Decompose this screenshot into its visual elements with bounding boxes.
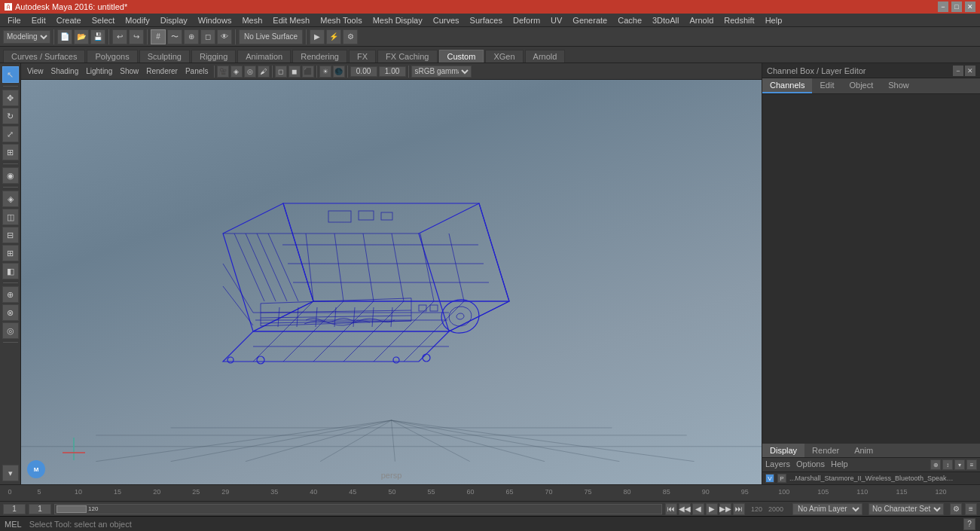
mode-dropdown[interactable]: Modeling [3, 30, 50, 44]
menu-redshift[interactable]: Redshift [719, 15, 759, 26]
layer-playback-btn[interactable]: P [777, 474, 786, 483]
move-tool-btn[interactable]: ✥ [2, 90, 19, 106]
coord-x-field[interactable] [350, 66, 377, 77]
step-back-btn[interactable]: ◀◀ [679, 503, 691, 515]
menu-deform[interactable]: Deform [508, 15, 545, 26]
render-btn[interactable]: ▶ [310, 29, 325, 44]
tool1-btn[interactable]: ◈ [2, 191, 19, 207]
layer-sort-btn[interactable]: ↕ [942, 459, 953, 470]
menu-curves[interactable]: Curves [429, 15, 464, 26]
menu-select[interactable]: Select [87, 15, 120, 26]
vp-panels-menu[interactable]: Panels [182, 66, 212, 76]
range-bar[interactable]: 120 [54, 504, 662, 514]
layer-visibility-btn[interactable]: V [765, 474, 774, 483]
tab-fx[interactable]: FX [349, 50, 376, 63]
vp-icon-shadow[interactable]: 🌑 [333, 66, 345, 78]
menu-create[interactable]: Create [52, 15, 86, 26]
close-button[interactable]: ✕ [965, 2, 975, 12]
menu-file[interactable]: File [3, 15, 26, 26]
menu-cache[interactable]: Cache [613, 15, 646, 26]
layers-menu-options[interactable]: Options [796, 459, 825, 470]
save-file-btn[interactable]: 💾 [90, 29, 105, 44]
tool2-btn[interactable]: ◫ [2, 209, 19, 225]
menu-uv[interactable]: UV [546, 15, 566, 26]
layers-menu-help[interactable]: Help [831, 459, 848, 470]
vp-show-menu[interactable]: Show [117, 66, 142, 76]
char-set-select[interactable]: No Character Set [869, 503, 944, 515]
tool8-btn[interactable]: ◎ [2, 322, 19, 339]
vp-icon-shading3[interactable]: ⬛ [302, 66, 314, 78]
play-btn[interactable]: ▶ [706, 503, 718, 515]
snap-grid-btn[interactable]: # [151, 29, 166, 44]
tab-rendering[interactable]: Rendering [292, 50, 347, 63]
maximize-button[interactable]: □ [951, 2, 962, 12]
tab-arnold[interactable]: Arnold [525, 50, 566, 63]
color-mode-select[interactable]: sRGB gamma [411, 66, 472, 78]
tab-curves-surfaces[interactable]: Curves / Surfaces [3, 50, 85, 63]
layers-menu-layers[interactable]: Layers [765, 459, 790, 470]
layer-extra-btn[interactable]: ≡ [966, 459, 977, 470]
vp-shading-menu[interactable]: Shading [48, 66, 82, 76]
rp-close-btn[interactable]: ✕ [965, 66, 975, 76]
tool9-btn[interactable]: ▾ [2, 465, 19, 481]
tab-sculpting[interactable]: Sculpting [139, 50, 190, 63]
snap-surface-btn[interactable]: ◻ [200, 29, 215, 44]
tool7-btn[interactable]: ⊗ [2, 304, 19, 321]
vp-icon-camera[interactable]: 🎥 [217, 66, 229, 78]
tab-object[interactable]: Object [841, 78, 881, 93]
tab-render[interactable]: Render [804, 444, 847, 457]
tab-anim[interactable]: Anim [847, 444, 881, 457]
menu-help[interactable]: Help [761, 15, 787, 26]
menu-edit[interactable]: Edit [27, 15, 50, 26]
menu-mesh[interactable]: Mesh [237, 15, 267, 26]
tab-edit[interactable]: Edit [812, 78, 841, 93]
redo-btn[interactable]: ↪ [129, 29, 144, 44]
go-end-btn[interactable]: ⏭ [733, 503, 745, 515]
tab-fx-caching[interactable]: FX Caching [377, 50, 437, 63]
tab-display[interactable]: Display [762, 444, 804, 457]
menu-arnold[interactable]: Arnold [685, 15, 718, 26]
menu-generate[interactable]: Generate [568, 15, 612, 26]
snap-curve-btn[interactable]: 〜 [167, 29, 182, 44]
tab-show[interactable]: Show [881, 78, 917, 93]
tool5-btn[interactable]: ◧ [2, 263, 19, 279]
render-settings-btn[interactable]: ⚙ [343, 29, 358, 44]
coord-y-field[interactable] [379, 66, 406, 77]
tool4-btn[interactable]: ⊞ [2, 245, 19, 261]
undo-btn[interactable]: ↩ [112, 29, 127, 44]
menu-3dtoall[interactable]: 3DtoAll [648, 15, 683, 26]
transform-tool-btn[interactable]: ⊞ [2, 144, 19, 160]
vp-lighting-menu[interactable]: Lighting [83, 66, 115, 76]
vp-icon-select[interactable]: ◈ [230, 66, 243, 78]
prev-frame-btn[interactable]: ◀ [692, 503, 704, 515]
current-frame-field[interactable] [3, 504, 26, 514]
help-line-btn[interactable]: ? [963, 518, 975, 530]
vp-icon-paint[interactable]: 🖌 [258, 66, 270, 78]
menu-surfaces[interactable]: Surfaces [466, 15, 507, 26]
layer-menu-btn[interactable]: ▾ [954, 459, 965, 470]
vp-icon-snap[interactable]: ◎ [244, 66, 256, 78]
tab-channels[interactable]: Channels [762, 78, 812, 93]
go-start-btn[interactable]: ⏮ [665, 503, 677, 515]
menu-modify[interactable]: Modify [121, 15, 154, 26]
tool3-btn[interactable]: ⊟ [2, 227, 19, 243]
menu-mesh-tools[interactable]: Mesh Tools [316, 15, 366, 26]
next-frame-btn[interactable]: ▶▶ [719, 503, 731, 515]
select-tool-btn[interactable]: ↖ [2, 66, 19, 83]
tool6-btn[interactable]: ⊕ [2, 286, 19, 303]
minimize-button[interactable]: − [938, 2, 948, 12]
tab-xgen[interactable]: XGen [485, 50, 523, 63]
soft-select-btn[interactable]: ◉ [2, 167, 19, 184]
rp-minimize-btn[interactable]: − [953, 66, 963, 76]
tab-animation[interactable]: Animation [237, 50, 291, 63]
tab-custom[interactable]: Custom [439, 50, 484, 63]
anim-layer-select[interactable]: No Anim Layer [792, 503, 862, 515]
open-file-btn[interactable]: 📂 [74, 29, 89, 44]
start-frame-field[interactable] [29, 504, 51, 514]
tab-polygons[interactable]: Polygons [87, 50, 137, 63]
extra-btn2[interactable]: ≡ [965, 503, 977, 515]
snap-view-btn[interactable]: 👁 [217, 29, 232, 44]
new-file-btn[interactable]: 📄 [57, 29, 72, 44]
menu-edit-mesh[interactable]: Edit Mesh [268, 15, 314, 26]
layer-add-btn[interactable]: ⊕ [930, 459, 941, 470]
